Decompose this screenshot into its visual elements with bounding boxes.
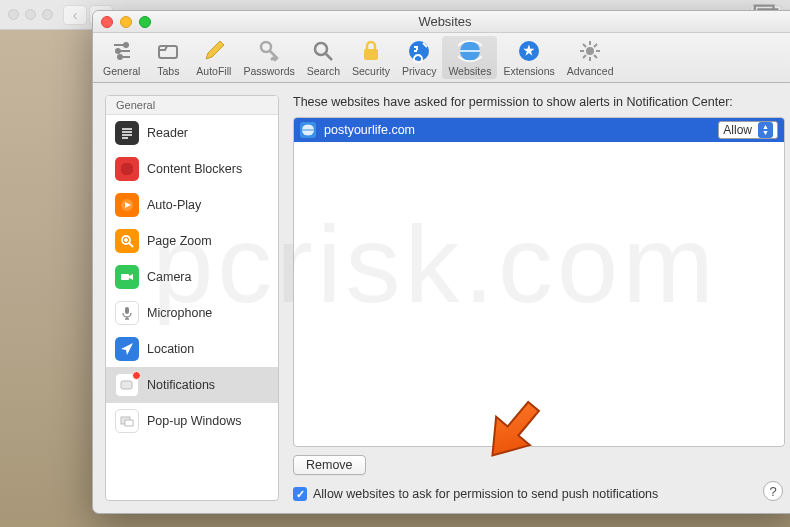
popup-windows-icon	[115, 409, 139, 433]
close-button[interactable]	[101, 16, 113, 28]
passwords-icon	[256, 38, 282, 64]
svg-rect-3	[121, 50, 130, 52]
svg-point-10	[315, 43, 327, 55]
toolbar-extensions[interactable]: Extensions	[497, 36, 560, 79]
select-stepper-icon: ▲▼	[758, 122, 773, 138]
svg-rect-26	[125, 420, 133, 426]
svg-point-2	[115, 48, 121, 54]
sidebar-item-content-blockers[interactable]: Content Blockers	[106, 151, 278, 187]
svg-rect-8	[159, 46, 177, 58]
site-favicon-icon	[300, 122, 316, 138]
site-domain: postyourlife.com	[324, 123, 415, 137]
outer-close-dot	[8, 9, 19, 20]
svg-rect-5	[114, 44, 123, 46]
svg-point-16	[586, 47, 594, 55]
svg-point-6	[117, 54, 123, 60]
preferences-toolbar: General Tabs AutoFill Passwords Search S…	[93, 33, 790, 83]
main-pane: These websites have asked for permission…	[293, 95, 785, 501]
svg-point-12	[409, 41, 429, 61]
privacy-icon	[406, 38, 432, 64]
pane-description: These websites have asked for permission…	[293, 95, 785, 109]
toolbar-autofill[interactable]: AutoFill	[190, 36, 237, 79]
sidebar: General Reader Content Blockers Auto-Pla…	[105, 95, 279, 501]
window-title: Websites	[418, 14, 471, 29]
nav-back-icon: ‹	[63, 5, 87, 25]
svg-rect-23	[125, 307, 129, 314]
toolbar-websites[interactable]: Websites	[442, 36, 497, 79]
sidebar-item-location[interactable]: Location	[106, 331, 278, 367]
titlebar: Websites	[93, 11, 790, 33]
auto-play-icon	[115, 193, 139, 217]
svg-rect-11	[364, 49, 378, 60]
sidebar-item-page-zoom[interactable]: Page Zoom	[106, 223, 278, 259]
sidebar-item-camera[interactable]: Camera	[106, 259, 278, 295]
preferences-window: Websites General Tabs AutoFill Passwords…	[92, 10, 790, 514]
security-icon	[358, 38, 384, 64]
zoom-button[interactable]	[139, 16, 151, 28]
location-icon	[115, 337, 139, 361]
toolbar-privacy[interactable]: Privacy	[396, 36, 442, 79]
toolbar-search[interactable]: Search	[301, 36, 346, 79]
svg-rect-24	[121, 381, 132, 389]
outer-min-dot	[25, 9, 36, 20]
minimize-button[interactable]	[120, 16, 132, 28]
toolbar-advanced[interactable]: Advanced	[561, 36, 620, 79]
toolbar-general[interactable]: General	[97, 36, 146, 79]
autofill-icon	[201, 38, 227, 64]
sidebar-item-notifications[interactable]: Notifications	[106, 367, 278, 403]
reader-icon	[115, 121, 139, 145]
tabs-icon	[155, 38, 181, 64]
sidebar-item-microphone[interactable]: Microphone	[106, 295, 278, 331]
toolbar-tabs[interactable]: Tabs	[146, 36, 190, 79]
sidebar-item-auto-play[interactable]: Auto-Play	[106, 187, 278, 223]
allow-ask-checkbox[interactable]: ✓	[293, 487, 307, 501]
permission-select[interactable]: Allow ▲▼	[718, 121, 778, 139]
svg-rect-7	[123, 56, 130, 58]
site-list[interactable]: postyourlife.com Allow ▲▼	[293, 117, 785, 447]
toolbar-passwords[interactable]: Passwords	[237, 36, 300, 79]
help-button[interactable]: ?	[763, 481, 783, 501]
microphone-icon	[115, 301, 139, 325]
svg-marker-17	[121, 163, 133, 175]
advanced-icon	[577, 38, 603, 64]
sidebar-item-popup-windows[interactable]: Pop-up Windows	[106, 403, 278, 439]
outer-max-dot	[42, 9, 53, 20]
svg-marker-22	[129, 274, 133, 280]
sidebar-header: General	[106, 96, 278, 115]
extensions-icon	[516, 38, 542, 64]
notifications-badge	[132, 371, 141, 380]
sidebar-item-reader[interactable]: Reader	[106, 115, 278, 151]
page-zoom-icon	[115, 229, 139, 253]
checkbox-label: Allow websites to ask for permission to …	[313, 487, 658, 501]
toolbar-security[interactable]: Security	[346, 36, 396, 79]
remove-button[interactable]: Remove	[293, 455, 366, 475]
websites-icon	[457, 38, 483, 64]
site-row[interactable]: postyourlife.com Allow ▲▼	[294, 118, 784, 142]
svg-point-4	[123, 42, 129, 48]
svg-rect-21	[121, 274, 129, 280]
svg-point-13	[416, 48, 418, 50]
camera-icon	[115, 265, 139, 289]
general-icon	[109, 38, 135, 64]
search-icon	[310, 38, 336, 64]
content-blockers-icon	[115, 157, 139, 181]
